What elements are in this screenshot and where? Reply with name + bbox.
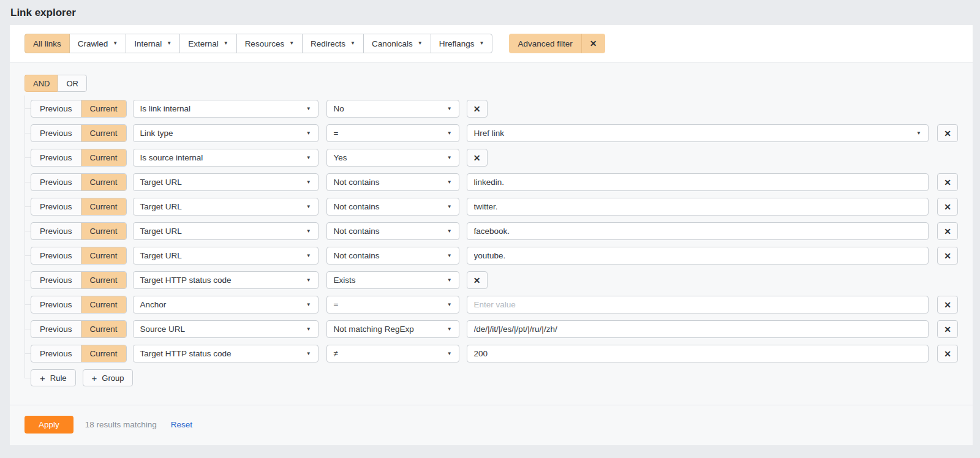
value-input[interactable] (467, 222, 929, 240)
value-input[interactable] (467, 320, 929, 338)
field-dropdown[interactable]: Anchor ▼ (133, 296, 318, 313)
operator-dropdown[interactable]: Not contains ▼ (326, 247, 459, 265)
current-toggle[interactable]: Current (81, 321, 126, 337)
value-input[interactable] (467, 247, 929, 265)
operator-dropdown[interactable]: No ▼ (326, 100, 459, 118)
chevron-down-icon: ▼ (447, 351, 452, 356)
link-explorer-panel: All links Crawled ▼ Internal ▼ External … (10, 25, 973, 445)
field-dropdown[interactable]: Target HTTP status code ▼ (133, 345, 318, 362)
results-count: 18 results matching (85, 420, 157, 429)
filter-builder: AND OR Previous Current Is link internal… (10, 62, 973, 405)
remove-rule-button[interactable]: ✕ (937, 124, 958, 142)
chevron-down-icon: ▼ (224, 41, 228, 46)
and-toggle[interactable]: AND (24, 75, 58, 92)
operator-dropdown[interactable]: Yes ▼ (326, 149, 459, 167)
current-toggle[interactable]: Current (81, 174, 126, 190)
chevron-down-icon: ▼ (447, 229, 452, 234)
remove-rule-button[interactable]: ✕ (467, 271, 488, 289)
operator-dropdown[interactable]: = ▼ (326, 124, 459, 142)
value-input[interactable] (467, 198, 929, 216)
operator-dropdown[interactable]: Exists ▼ (326, 271, 459, 289)
operator-dropdown[interactable]: Not contains ▼ (326, 198, 459, 216)
remove-rule-button[interactable]: ✕ (467, 149, 488, 167)
field-dropdown[interactable]: Link type ▼ (133, 124, 318, 142)
value-dropdown-value: Href link (474, 129, 505, 138)
previous-toggle[interactable]: Previous (31, 345, 81, 362)
previous-toggle[interactable]: Previous (31, 174, 81, 190)
filter-tab-resources[interactable]: Resources ▼ (236, 34, 303, 53)
chevron-down-icon: ▼ (113, 41, 118, 46)
field-dropdown[interactable]: Is source internal ▼ (133, 149, 318, 167)
operator-dropdown[interactable]: Not contains ▼ (326, 222, 459, 240)
value-input[interactable] (467, 296, 929, 313)
previous-toggle[interactable]: Previous (31, 125, 81, 141)
reset-link[interactable]: Reset (171, 420, 192, 429)
filter-tab-all-links[interactable]: All links (24, 34, 70, 53)
operator-value: = (334, 300, 339, 309)
apply-button[interactable]: Apply (24, 416, 74, 434)
filter-tab-crawled[interactable]: Crawled ▼ (69, 34, 126, 53)
tab-label: Redirects (311, 39, 345, 48)
current-toggle[interactable]: Current (81, 198, 126, 215)
remove-rule-button[interactable]: ✕ (937, 198, 958, 216)
field-dropdown[interactable]: Target URL ▼ (133, 247, 318, 265)
field-value: Target URL (140, 227, 182, 236)
field-dropdown[interactable]: Target URL ▼ (133, 198, 318, 216)
chevron-down-icon: ▼ (447, 302, 452, 307)
previous-toggle[interactable]: Previous (31, 247, 81, 264)
value-dropdown[interactable]: Href link ▼ (467, 124, 929, 142)
filter-tab-external[interactable]: External ▼ (179, 34, 236, 53)
chevron-down-icon: ▼ (306, 156, 311, 160)
previous-toggle[interactable]: Previous (31, 198, 81, 215)
current-toggle[interactable]: Current (81, 100, 126, 117)
filter-rule-row: Previous Current Is source internal ▼ Ye… (31, 149, 958, 167)
chevron-down-icon: ▼ (306, 107, 311, 111)
remove-rule-button[interactable]: ✕ (937, 222, 958, 240)
previous-toggle[interactable]: Previous (31, 100, 81, 117)
value-input[interactable] (467, 345, 929, 362)
remove-rule-button[interactable]: ✕ (937, 345, 958, 362)
field-dropdown[interactable]: Target HTTP status code ▼ (133, 271, 318, 289)
add-group-button[interactable]: + Group (83, 369, 134, 386)
operator-dropdown[interactable]: Not matching RegExp ▼ (326, 320, 459, 338)
current-toggle[interactable]: Current (81, 272, 126, 288)
or-toggle[interactable]: OR (58, 75, 87, 92)
filter-tab-redirects[interactable]: Redirects ▼ (302, 34, 364, 53)
remove-rule-button[interactable]: ✕ (937, 296, 958, 313)
field-dropdown[interactable]: Is link internal ▼ (133, 100, 318, 118)
previous-toggle[interactable]: Previous (31, 149, 81, 166)
current-toggle[interactable]: Current (81, 223, 126, 239)
field-dropdown[interactable]: Target URL ▼ (133, 173, 318, 191)
chevron-down-icon: ▼ (306, 131, 311, 136)
add-rule-button[interactable]: + Rule (31, 369, 76, 386)
operator-dropdown[interactable]: ≠ ▼ (326, 345, 459, 362)
remove-rule-button[interactable]: ✕ (937, 247, 958, 265)
advanced-filter-close-icon[interactable]: ✕ (582, 34, 605, 53)
current-toggle[interactable]: Current (81, 345, 126, 362)
filter-tab-internal[interactable]: Internal ▼ (126, 34, 180, 53)
previous-toggle[interactable]: Previous (31, 296, 81, 313)
operator-value: ≠ (334, 349, 338, 358)
current-toggle[interactable]: Current (81, 125, 126, 141)
current-toggle[interactable]: Current (81, 149, 126, 166)
plus-icon: + (40, 374, 45, 383)
tab-label: Resources (245, 39, 285, 48)
previous-toggle[interactable]: Previous (31, 321, 81, 337)
operator-dropdown[interactable]: Not contains ▼ (326, 173, 459, 191)
field-value: Anchor (140, 300, 167, 309)
current-toggle[interactable]: Current (81, 247, 126, 264)
filter-tab-canonicals[interactable]: Canonicals ▼ (363, 34, 431, 53)
previous-toggle[interactable]: Previous (31, 272, 81, 288)
field-dropdown[interactable]: Target URL ▼ (133, 222, 318, 240)
field-dropdown[interactable]: Source URL ▼ (133, 320, 318, 338)
current-toggle[interactable]: Current (81, 296, 126, 313)
chevron-down-icon: ▼ (447, 180, 452, 185)
remove-rule-button[interactable]: ✕ (937, 320, 958, 338)
previous-toggle[interactable]: Previous (31, 223, 81, 239)
remove-rule-button[interactable]: ✕ (937, 173, 958, 191)
advanced-filter-button[interactable]: Advanced filter ✕ (509, 34, 605, 53)
filter-tab-hreflangs[interactable]: Hreflangs ▼ (431, 34, 493, 53)
operator-dropdown[interactable]: = ▼ (326, 296, 459, 313)
value-input[interactable] (467, 173, 929, 191)
remove-rule-button[interactable]: ✕ (467, 100, 488, 118)
